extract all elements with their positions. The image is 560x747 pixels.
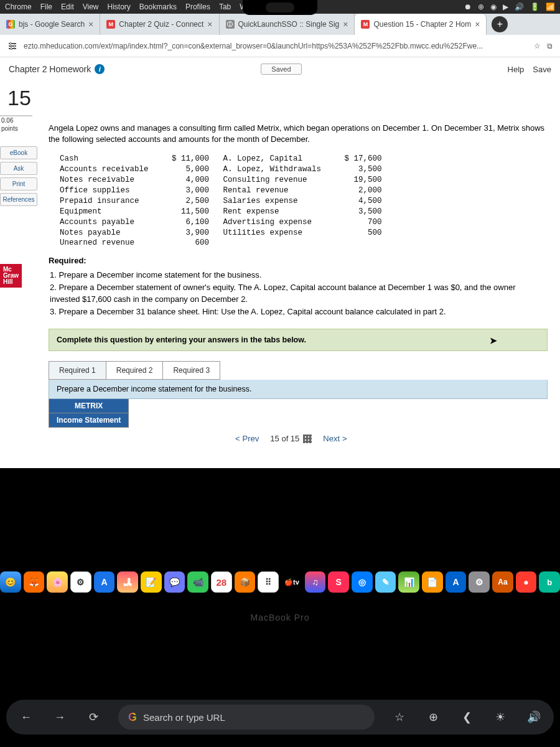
appletv-icon[interactable]: 🍎tv [281, 571, 302, 593]
income-statement-table[interactable]: METRIX Income Statement [49, 399, 129, 428]
brightness-icon[interactable]: ☀ [492, 708, 509, 726]
facetime-icon[interactable]: 📹 [187, 571, 208, 593]
search-bar[interactable]: G Search or type URL [118, 705, 375, 730]
notes-icon[interactable]: 📝 [141, 571, 162, 593]
homework-title: Chapter 2 Homework [9, 64, 91, 74]
extensions-icon[interactable]: ⧉ [547, 42, 553, 50]
required-list: 1. Prepare a December income statement f… [50, 269, 548, 317]
launchpad-icon[interactable]: ⠿ [258, 571, 279, 593]
mgh-favicon-icon: M [106, 20, 115, 29]
pages-icon[interactable]: 📄 [422, 571, 443, 593]
photos-icon[interactable]: 🌸 [47, 571, 68, 593]
photos2-icon[interactable]: 🏞 [117, 571, 138, 593]
appstore2-icon[interactable]: A [446, 571, 467, 593]
homework-header: Chapter 2 Homework i Saved Help Save [0, 57, 560, 81]
info-icon[interactable]: i [95, 64, 105, 74]
status-zoom-icon[interactable]: ⊕ [478, 2, 484, 11]
back-button[interactable]: ← [17, 708, 35, 726]
close-icon[interactable]: × [343, 19, 348, 29]
menu-tab[interactable]: Tab [219, 2, 231, 11]
menu-chrome[interactable]: Chrome [5, 2, 32, 11]
next-label: Next [323, 434, 340, 443]
app-b-icon[interactable]: b [539, 571, 560, 593]
page-info: 15 of 15 [270, 434, 312, 443]
tab-quicklaunch[interactable]: ⓘ QuickLaunchSSO :: Single Sig × [220, 14, 355, 35]
status-battery-icon[interactable]: 🔋 [530, 2, 539, 11]
numbers-icon[interactable]: 📊 [398, 571, 419, 593]
tab-required-3[interactable]: Required 3 [163, 361, 220, 380]
sound-icon[interactable]: 🔊 [525, 708, 543, 726]
menu-edit[interactable]: Edit [61, 2, 74, 11]
close-icon[interactable]: × [475, 19, 480, 29]
sheet-title-2: Income Statement [49, 413, 129, 428]
tab-label: QuickLaunchSSO :: Single Sig [238, 20, 340, 29]
close-icon[interactable]: × [88, 19, 93, 29]
ask-button[interactable]: Ask [0, 162, 37, 175]
reload-button[interactable]: ⟳ [85, 708, 102, 726]
shortcuts-icon[interactable]: S [328, 571, 349, 593]
print-button[interactable]: Print [0, 177, 37, 190]
status-record-icon[interactable]: ⏺ [464, 2, 472, 11]
tab-label: bjs - Google Search [19, 20, 85, 29]
macbook-label: MacBook Pro [0, 613, 560, 622]
saved-indicator: Saved [261, 63, 301, 75]
prev-button[interactable]: < Prev [235, 434, 259, 443]
problem-intro: Angela Lopez owns and manages a consulti… [49, 123, 548, 145]
app-icon[interactable]: 📦 [235, 571, 256, 593]
help-link[interactable]: Help [508, 65, 525, 74]
music-icon[interactable]: ♫ [305, 571, 326, 593]
freeform-icon[interactable]: ✎ [375, 571, 396, 593]
site-settings-icon[interactable] [7, 41, 17, 51]
messages-icon[interactable]: 💬 [164, 571, 185, 593]
menu-profiles[interactable]: Profiles [185, 2, 210, 11]
appstore-icon[interactable]: A [94, 571, 115, 593]
tab-chapter2-quiz[interactable]: M Chapter 2 Quiz - Connect × [100, 14, 219, 35]
required-item-1: 1. Prepare a December income statement f… [50, 269, 548, 281]
required-item-2: 2. Prepare a December statement of owner… [50, 281, 548, 306]
podcasts-icon[interactable]: ◎ [352, 571, 373, 593]
add-button[interactable]: ⊕ [424, 708, 442, 726]
google-favicon-icon: G [6, 20, 15, 29]
nav-back-button[interactable]: ❮ [458, 708, 475, 726]
forward-button[interactable]: → [51, 708, 68, 726]
status-volume-icon[interactable]: 🔊 [515, 2, 524, 11]
required-tabs: Required 1 Required 2 Required 3 [49, 361, 548, 380]
system-prefs-icon[interactable]: ⚙ [70, 571, 91, 593]
save-button[interactable]: Save [533, 65, 551, 74]
tab-required-2[interactable]: Required 2 [106, 361, 164, 380]
svg-point-5 [11, 47, 12, 49]
tab-bjs-google[interactable]: G bjs - Google Search × [0, 14, 100, 35]
menu-view[interactable]: View [83, 2, 99, 11]
complete-text: Complete this question by entering your … [57, 336, 306, 344]
status-play-icon[interactable]: ▶ [503, 2, 508, 11]
mac-dock: 😊 🦊 🌸 ⚙ A 🏞 📝 💬 📹 28 📦 ⠿ 🍎tv ♫ S ◎ ✎ 📊 📄… [0, 566, 560, 598]
menu-bookmarks[interactable]: Bookmarks [139, 2, 177, 11]
tab-required-1[interactable]: Required 1 [49, 361, 106, 380]
tab-question15[interactable]: M Question 15 - Chapter 2 Hom × [355, 14, 487, 35]
page-info-text: 15 of 15 [270, 434, 299, 443]
status-wifi-icon[interactable]: 📶 [546, 2, 555, 11]
firefox-icon[interactable]: 🦊 [24, 571, 45, 593]
accounts-table: Cash $ 11,000 A. Lopez, Capital $ 17,600… [60, 154, 548, 248]
new-tab-button[interactable]: + [492, 16, 508, 32]
settings-icon[interactable]: ⚙ [469, 571, 490, 593]
next-button[interactable]: Next > [323, 434, 347, 443]
browser-tab-strip: G bjs - Google Search × M Chapter 2 Quiz… [0, 14, 560, 35]
calendar-icon[interactable]: 28 [211, 571, 232, 593]
finder-icon[interactable]: 😊 [0, 571, 21, 593]
star-button[interactable]: ☆ [391, 708, 408, 726]
references-button[interactable]: References [0, 193, 37, 206]
required-item-3: 3. Prepare a December 31 balance sheet. … [50, 306, 548, 318]
app-red-icon[interactable]: ● [516, 571, 537, 593]
dictionary-icon[interactable]: Aa [492, 571, 513, 593]
grid-icon[interactable] [303, 435, 312, 443]
url-text[interactable]: ezto.mheducation.com/ext/map/index.html?… [24, 42, 528, 50]
cursor-icon: ➤ [490, 336, 497, 345]
left-sidebar: 0.06 points eBook Ask Print References [0, 116, 37, 468]
status-circle-icon[interactable]: ◉ [490, 2, 497, 11]
menu-file[interactable]: File [40, 2, 52, 11]
ebook-button[interactable]: eBook [0, 146, 37, 159]
bookmark-star-icon[interactable]: ☆ [534, 42, 541, 50]
close-icon[interactable]: × [207, 19, 212, 29]
menu-history[interactable]: History [108, 2, 131, 11]
